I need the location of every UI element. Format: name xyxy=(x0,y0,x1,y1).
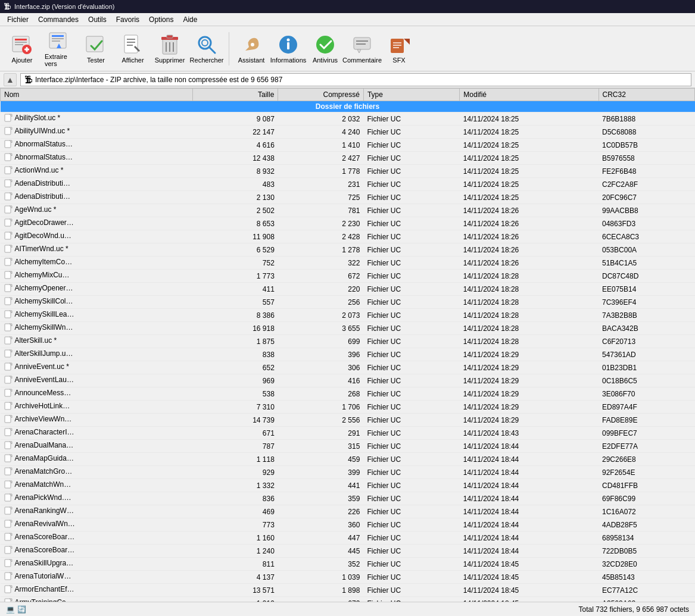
table-row[interactable]: ArenaScoreBoar…1 160447Fichier UC14/11/2… xyxy=(1,531,695,545)
file-type: Fichier UC xyxy=(363,414,459,427)
svg-rect-65 xyxy=(5,271,11,279)
file-type: Fichier UC xyxy=(363,466,459,479)
table-row[interactable]: AgitDecoDrawer…8 6532 230Fichier UC14/11… xyxy=(1,217,695,230)
toolbar-btn-rechercher[interactable]: Rechercher xyxy=(189,29,224,69)
table-row[interactable]: ArenaRevivalWn…773360Fichier UC14/11/202… xyxy=(1,518,695,531)
table-row[interactable]: AbilityUIWnd.uc *22 1474 240Fichier UC14… xyxy=(1,126,695,139)
toolbar-btn-label: Assistant xyxy=(238,57,265,64)
table-row[interactable]: ArenaTutorialW…4 1371 039Fichier UC14/11… xyxy=(1,571,695,584)
address-input[interactable]: 🗜 Interface.zip\Interface - ZIP archive,… xyxy=(20,73,691,86)
table-row[interactable]: AlchemyMixCu…1 773672Fichier UC14/11/202… xyxy=(1,270,695,283)
svg-rect-59 xyxy=(5,232,11,239)
table-row[interactable]: ActionWnd.uc *8 9321 778Fichier UC14/11/… xyxy=(1,165,695,178)
svg-rect-45 xyxy=(5,140,11,148)
menu-item-options[interactable]: Options xyxy=(144,14,178,25)
table-row[interactable]: AnniveEventLau…969416Fichier UC14/11/202… xyxy=(1,374,695,387)
toolbar-btn-antivirus[interactable]: Antivirus xyxy=(308,29,342,69)
file-size: 2 502 xyxy=(192,204,278,217)
folder-row[interactable]: Dossier de fichiers xyxy=(1,101,695,112)
file-type: Fichier UC xyxy=(363,322,459,335)
menu-item-fichier[interactable]: Fichier xyxy=(2,14,33,25)
table-row[interactable]: AlchemySkillWn…16 9183 655Fichier UC14/1… xyxy=(1,322,695,335)
file-compressed: 2 073 xyxy=(278,309,364,322)
folder-label: Dossier de fichiers xyxy=(1,101,695,112)
table-row[interactable]: AbilitySlot.uc *9 0872 032Fichier UC14/1… xyxy=(1,112,695,126)
table-row[interactable]: ArmyTrainingCe…1 919673Fichier UC14/11/2… xyxy=(1,597,695,602)
file-modified: 14/11/2024 18:26 xyxy=(460,217,599,230)
table-row[interactable]: AnnounceMess…538268Fichier UC14/11/2024 … xyxy=(1,387,695,401)
address-path: Interface.zip\Interface - ZIP archive, l… xyxy=(35,76,282,84)
col-taille[interactable]: Taille xyxy=(192,89,278,101)
table-row[interactable]: AdenaDistributi…2 130725Fichier UC14/11/… xyxy=(1,191,695,204)
toolbar-btn-tester[interactable]: Tester xyxy=(79,29,113,69)
col-type[interactable]: Type xyxy=(363,89,459,101)
file-list-container[interactable]: Nom Taille Compressé Type Modifié CRC32 … xyxy=(0,88,695,602)
file-modified: 14/11/2024 18:44 xyxy=(460,453,599,466)
table-row[interactable]: AdenaDistributi…483231Fichier UC14/11/20… xyxy=(1,178,695,191)
file-compressed: 447 xyxy=(278,531,364,545)
toolbar-btn-supprimer[interactable]: Supprimer xyxy=(152,29,187,69)
file-name: AlchemyMixCu… xyxy=(1,270,193,283)
table-row[interactable]: ArenaCharacterI…671291Fichier UC14/11/20… xyxy=(1,427,695,440)
table-row[interactable]: ArchiveHotLink…7 3101 706Fichier UC14/11… xyxy=(1,401,695,414)
table-row[interactable]: AlterSkillJump.u…838396Fichier UC14/11/2… xyxy=(1,348,695,361)
file-modified: 14/11/2024 18:45 xyxy=(460,571,599,584)
table-row[interactable]: AlterSkill.uc *1 875699Fichier UC14/11/2… xyxy=(1,335,695,348)
file-crc32: 51B4C1A5 xyxy=(599,257,694,270)
file-compressed: 220 xyxy=(278,283,364,296)
table-row[interactable]: AgitDecoWnd.u…11 9082 428Fichier UC14/11… xyxy=(1,230,695,243)
toolbar-btn-afficher[interactable]: Afficher xyxy=(116,29,150,69)
file-type: Fichier UC xyxy=(363,440,459,453)
nav-up-button[interactable]: ▲ xyxy=(4,73,17,86)
toolbar-btn-informations[interactable]: Informations xyxy=(271,29,306,69)
svg-rect-35 xyxy=(356,43,366,45)
file-type: Fichier UC xyxy=(363,427,459,440)
table-row[interactable]: AbnormalStatus…12 4382 427Fichier UC14/1… xyxy=(1,152,695,165)
table-row[interactable]: ArenaScoreBoar…1 240445Fichier UC14/11/2… xyxy=(1,545,695,558)
file-type: Fichier UC xyxy=(363,270,459,283)
table-row[interactable]: ArenaRankingW…469226Fichier UC14/11/2024… xyxy=(1,505,695,518)
col-compresse[interactable]: Compressé xyxy=(278,89,364,101)
table-row[interactable]: ArmorEnchantEf…13 5711 898Fichier UC14/1… xyxy=(1,584,695,597)
toolbar-btn-extraire-vers[interactable]: Extraire vers xyxy=(42,29,76,69)
file-type: Fichier UC xyxy=(363,361,459,374)
table-row[interactable]: AlchemyOpener…411220Fichier UC14/11/2024… xyxy=(1,283,695,296)
svg-rect-87 xyxy=(5,415,11,423)
col-crc32[interactable]: CRC32 xyxy=(599,89,694,101)
file-size: 11 908 xyxy=(192,230,278,243)
table-row[interactable]: AITimerWnd.uc *6 5291 278Fichier UC14/11… xyxy=(1,243,695,257)
file-crc32: 04863FD3 xyxy=(599,217,694,230)
toolbar-btn-label: Informations xyxy=(270,57,307,64)
table-row[interactable]: AlchemySkillLea…8 3862 073Fichier UC14/1… xyxy=(1,309,695,322)
table-row[interactable]: ArenaMatchGro…929399Fichier UC14/11/2024… xyxy=(1,466,695,479)
menu-item-commandes[interactable]: Commandes xyxy=(33,14,83,25)
table-row[interactable]: ArenaMapGuida…1 118459Fichier UC14/11/20… xyxy=(1,453,695,466)
file-name: AnniveEventLau… xyxy=(1,374,193,387)
table-row[interactable]: AnniveEvent.uc *652306Fichier UC14/11/20… xyxy=(1,361,695,374)
table-row[interactable]: ArenaPickWnd….836359Fichier UC14/11/2024… xyxy=(1,492,695,505)
svg-rect-71 xyxy=(5,311,11,318)
file-name: ArenaTutorialW… xyxy=(1,571,193,584)
status-icon-2: 🔄 xyxy=(17,605,26,614)
toolbar-btn-assistant[interactable]: Assistant xyxy=(234,29,269,69)
toolbar-btn-ajouter[interactable]: Ajouter xyxy=(5,29,39,69)
table-row[interactable]: ArenaSkillUpgra…811352Fichier UC14/11/20… xyxy=(1,558,695,571)
table-row[interactable]: ArenaDualMana…787315Fichier UC14/11/2024… xyxy=(1,440,695,453)
table-row[interactable]: ArenaMatchWn…1 332441Fichier UC14/11/202… xyxy=(1,479,695,492)
toolbar-btn-sfx[interactable]: SFX xyxy=(382,29,416,69)
table-row[interactable]: AgeWnd.uc *2 502781Fichier UC14/11/2024 … xyxy=(1,204,695,217)
menu-item-favoris[interactable]: Favoris xyxy=(111,14,144,25)
table-row[interactable]: AlchemyItemCo…752322Fichier UC14/11/2024… xyxy=(1,257,695,270)
file-modified: 14/11/2024 18:25 xyxy=(460,178,599,191)
col-modifie[interactable]: Modifié xyxy=(460,89,599,101)
toolbar-separator xyxy=(229,32,229,65)
col-nom[interactable]: Nom xyxy=(1,89,193,101)
menu-item-aide[interactable]: Aide xyxy=(178,14,202,25)
supprimer-icon xyxy=(159,34,180,55)
menu-item-outils[interactable]: Outils xyxy=(83,14,111,25)
file-crc32: 722DB0B5 xyxy=(599,545,694,558)
table-row[interactable]: ArchiveViewWn…14 7392 556Fichier UC14/11… xyxy=(1,414,695,427)
table-row[interactable]: AlchemySkillCol…557256Fichier UC14/11/20… xyxy=(1,296,695,309)
toolbar-btn-commentaire[interactable]: Commentaire xyxy=(345,29,379,69)
table-row[interactable]: AbnormalStatus…4 6161 410Fichier UC14/11… xyxy=(1,139,695,152)
